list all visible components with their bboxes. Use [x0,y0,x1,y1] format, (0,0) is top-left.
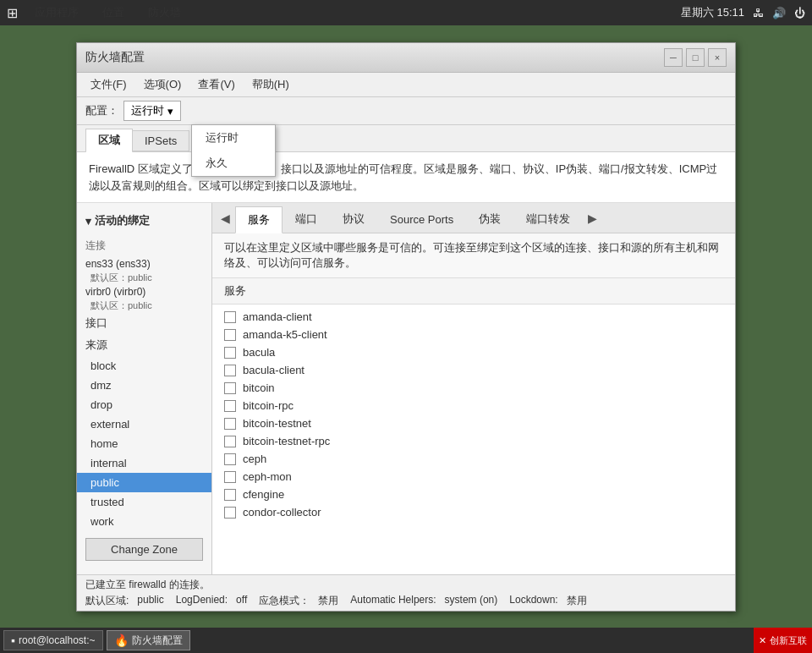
taskbar-places-menu[interactable]: 位置 [96,3,131,22]
service-label: ceph-mon [243,470,292,483]
service-label: bitcoin-rpc [243,399,294,412]
config-bar: 配置： 运行时 ▾ 运行时 永久 [77,97,735,125]
service-checkbox[interactable] [224,347,236,359]
status-helpers-label: Automatic Helpers: [350,594,436,608]
service-checkbox[interactable] [224,311,236,323]
taskbar-terminal-label: root@localhost:~ [19,634,96,646]
service-checkbox[interactable] [224,418,236,430]
config-dropdown-menu: 运行时 永久 [191,124,276,177]
status-helpers-val: system (on) [445,594,498,608]
tab-source-ports[interactable]: Source Ports [377,207,466,232]
connection2-default: 默认区：public [77,299,211,312]
main-content: ▾ 活动的绑定 连接 ens33 (ens33) 默认区：public virb… [77,203,735,574]
taskbar-app-menu[interactable]: 应用程序 [28,3,85,22]
tab-protocols[interactable]: 协议 [330,206,377,233]
sidebar-source[interactable]: 来源 [77,334,211,356]
zone-item-external[interactable]: external [77,414,211,434]
menu-options[interactable]: 选项(O) [137,75,189,94]
zone-item-public[interactable]: public [77,473,211,492]
config-dropdown[interactable]: 运行时 ▾ [123,101,181,121]
terminal-icon: ▪ [11,634,15,647]
tab-zones[interactable]: 区域 [85,129,133,153]
tab-left-arrow[interactable]: ◀ [216,208,235,228]
service-checkbox[interactable] [224,453,236,465]
status-lockdown-val: 禁用 [567,594,587,608]
service-item: bacula [212,343,735,361]
tab-port-forward[interactable]: 端口转发 [513,206,583,233]
service-item: bacula-client [212,361,735,379]
desktop: 防火墙配置 ─ □ × 文件(F) 选项(O) 查看(V) 帮助(H) 配置： … [0,25,812,628]
network-icon: 🖧 [753,7,764,19]
zone-item-trusted[interactable]: trusted [77,492,211,512]
status-lockdown-label: Lockdown: [509,594,557,608]
config-label: 配置： [85,103,118,118]
window-title: 防火墙配置 [85,50,145,65]
service-item: ceph-mon [212,468,735,486]
service-checkbox[interactable] [224,329,236,341]
menu-view[interactable]: 查看(V) [191,75,241,94]
service-checkbox[interactable] [224,365,236,376]
service-item: bitcoin-testnet-rpc [212,432,735,450]
services-list: amanda-clientamanda-k5-clientbaculabacul… [212,305,735,574]
menu-file[interactable]: 文件(F) [84,75,134,94]
service-checkbox[interactable] [224,436,236,447]
zone-item-dmz[interactable]: dmz [77,376,211,395]
service-label: bacula [243,346,275,359]
tab-ports[interactable]: 端口 [283,206,330,233]
connection1-default: 默认区：public [77,272,211,284]
close-button[interactable]: × [708,48,727,67]
service-item: bitcoin-testnet [212,414,735,432]
statusbar-info: 默认区域: public LogDenied: off 应急模式： 禁用 Aut… [85,594,727,608]
statusbar: 已建立至 firewalld 的连接。 默认区域: public LogDeni… [77,574,735,611]
brand-icon: ✕ [759,635,766,646]
dropdown-item-permanent[interactable]: 永久 [192,151,275,176]
datetime: 星期六 15:11 [681,5,744,20]
service-label: bitcoin-testnet [243,417,311,430]
taskbar-right: 星期六 15:11 🖧 🔊 ⏻ [681,5,805,20]
service-checkbox[interactable] [224,471,236,483]
taskbar-terminal[interactable]: ▪ root@localhost:~ [3,630,103,650]
tab-right-arrow[interactable]: ▶ [583,208,602,228]
tab-services[interactable]: 服务 [235,206,283,233]
app-icon: ⊞ [7,5,18,21]
bottom-taskbar: ▪ root@localhost:~ 🔥 防火墙配置 ✕ 创新互联 [0,628,812,653]
zone-item-internal[interactable]: internal [77,453,211,473]
maximize-button[interactable]: □ [686,48,705,67]
zone-item-block[interactable]: block [77,356,211,376]
dropdown-item-runtime[interactable]: 运行时 [192,125,275,151]
zone-item-drop[interactable]: drop [77,395,211,414]
service-label: amanda-client [243,310,312,323]
service-checkbox[interactable] [224,489,236,501]
zone-item-work[interactable]: work [77,512,211,531]
tab-ipsets[interactable]: IPSets [132,130,189,151]
chevron-down-icon: ▾ [85,215,91,228]
service-label: condor-collector [243,506,321,519]
binding-header-label: 活动的绑定 [95,213,150,228]
sidebar-interface[interactable]: 接口 [77,312,211,334]
taskbar-firewall-menu[interactable]: 防火墙 [141,3,188,22]
brand: ✕ 创新互联 [754,628,812,653]
service-label: bitcoin [243,381,275,394]
zone-list: blockdmzdropexternalhomeinternalpublictr… [77,356,211,531]
service-checkbox[interactable] [224,400,236,412]
status-log-denied-val: off [236,594,247,608]
sidebar: ▾ 活动的绑定 连接 ens33 (ens33) 默认区：public virb… [77,203,212,574]
service-checkbox[interactable] [224,507,236,519]
power-icon[interactable]: ⏻ [794,7,805,19]
zone-item-home[interactable]: home [77,434,211,453]
change-zone-button[interactable]: Change Zone [85,538,203,561]
taskbar-firewall-label: 防火墙配置 [132,634,183,648]
dropdown-arrow-icon: ▾ [167,105,173,118]
menu-help[interactable]: 帮助(H) [245,75,296,94]
minimize-button[interactable]: ─ [664,48,683,67]
service-checkbox[interactable] [224,382,236,394]
region-tabs-container: 区域 IPSets [77,125,735,152]
services-panel: 可以在这里定义区域中哪些服务是可信的。可连接至绑定到这个区域的连接、接口和源的所… [212,233,735,574]
service-tabs: ◀ 服务 端口 协议 Source Ports 伪装 端口转发 ▶ [212,203,735,233]
tab-masquerade[interactable]: 伪装 [466,206,513,233]
service-item: ceph [212,450,735,468]
service-item: bitcoin [212,379,735,397]
service-item: cfengine [212,486,735,503]
taskbar-firewall[interactable]: 🔥 防火墙配置 [107,630,190,650]
taskbar-left: ⊞ 应用程序 位置 防火墙 [7,3,188,22]
